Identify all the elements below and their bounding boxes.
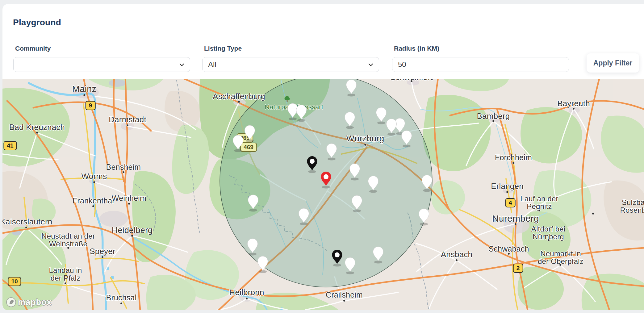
white-map-pin[interactable]	[343, 257, 357, 274]
white-map-pin[interactable]	[231, 134, 245, 152]
white-map-pin[interactable]	[295, 104, 308, 122]
white-map-pin[interactable]	[343, 111, 357, 129]
map-tiles	[2, 79, 644, 310]
mapbox-attribution[interactable]: mapbox	[6, 297, 52, 307]
white-map-pin[interactable]	[385, 118, 398, 136]
white-map-pin[interactable]	[246, 238, 259, 256]
black-map-pin[interactable]	[305, 155, 319, 173]
white-map-pin[interactable]	[420, 174, 434, 192]
mapbox-wordmark: mapbox	[18, 298, 52, 307]
listing-type-select[interactable]: All	[202, 57, 379, 72]
radius-input[interactable]	[392, 57, 569, 72]
map-canvas[interactable]: Naturpark SpessartMainzBad KreuznachDarm…	[2, 79, 644, 310]
white-map-pin[interactable]	[417, 208, 431, 226]
red-map-pin[interactable]	[319, 171, 333, 189]
community-label: Community	[15, 45, 51, 52]
white-map-pin[interactable]	[371, 246, 385, 264]
apply-filter-button[interactable]: Apply Filter	[587, 53, 639, 73]
white-map-pin[interactable]	[345, 79, 358, 97]
listing-type-select-value: All	[208, 60, 216, 69]
white-map-pin[interactable]	[400, 130, 413, 148]
white-map-pin[interactable]	[366, 175, 380, 193]
white-map-pin[interactable]	[325, 143, 338, 161]
mapbox-logo-icon	[6, 297, 16, 307]
white-map-pin[interactable]	[246, 194, 260, 212]
black-map-pin[interactable]	[330, 249, 344, 267]
community-select[interactable]	[13, 57, 190, 72]
white-map-pin[interactable]	[256, 255, 270, 273]
white-map-pin[interactable]	[297, 207, 311, 225]
playground-card: Playground Community Listing Type Radius…	[2, 4, 644, 310]
chevron-down-icon	[368, 62, 374, 68]
page-title: Playground	[13, 18, 61, 27]
radius-label: Radius (in KM)	[394, 45, 439, 52]
white-map-pin[interactable]	[350, 194, 364, 212]
white-map-pin[interactable]	[243, 124, 257, 142]
chevron-down-icon	[179, 62, 185, 68]
listing-type-label: Listing Type	[204, 45, 242, 52]
white-map-pin[interactable]	[348, 163, 362, 181]
